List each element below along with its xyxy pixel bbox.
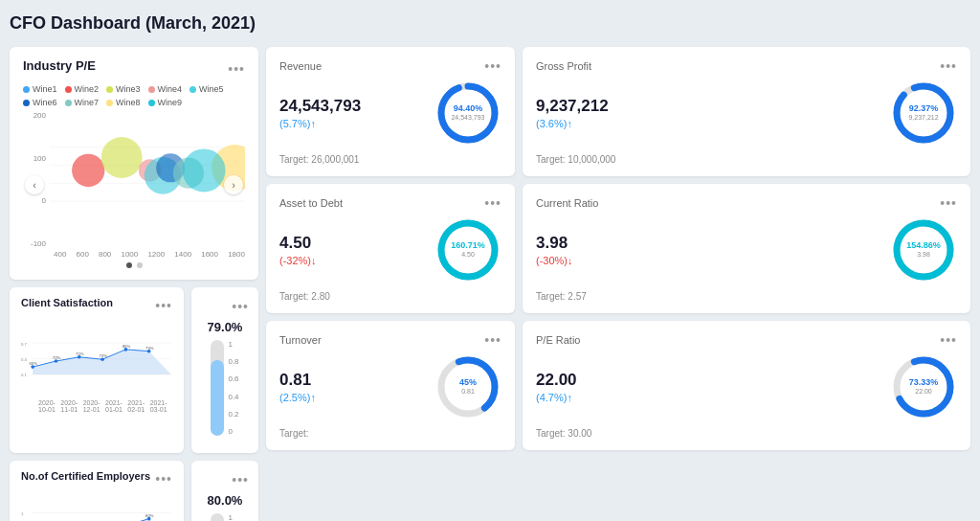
- legend-dot-wine3: [106, 86, 113, 93]
- current-ratio-header: Current Ratio •••: [536, 195, 957, 211]
- gross-profit-values: 9,237,212 (3.6%)↑: [536, 97, 609, 129]
- svg-text:75%: 75%: [76, 351, 84, 356]
- industry-pe-legend: Wine1 Wine2 Wine3 Wine4: [23, 84, 245, 107]
- turnover-gauge-label: 45% 0.81: [459, 377, 477, 396]
- certified-gauge-card: ••• 80.0% 1 0.8 0.6 0.4 0.2 0: [191, 461, 258, 521]
- legend-dot-wine9: [148, 100, 155, 106]
- legend-dot-wine8: [106, 100, 113, 106]
- client-sat-gauge-more-icon[interactable]: •••: [232, 299, 249, 314]
- client-sat-x-labels: 2020-10-01 2020-11-01 2020-12-01 2021-01…: [21, 399, 172, 413]
- current-ratio-values: 3.98 (-30%)↓: [536, 234, 573, 266]
- svg-text:73%: 73%: [99, 353, 107, 358]
- gross-profit-more-icon[interactable]: •••: [940, 58, 957, 74]
- current-ratio-gauge-pct: 154.86%: [906, 240, 941, 251]
- bottom-right-bottom: No.of Certified Employers ••• 1 0.7 0.4 …: [10, 461, 258, 521]
- turnover-gauge-val: 0.81: [459, 388, 477, 396]
- industry-pe-more-icon[interactable]: •••: [228, 61, 245, 77]
- turnover-gauge: 45% 0.81: [434, 353, 501, 420]
- legend-wine6: Wine6: [23, 98, 57, 107]
- gross-profit-card: Gross Profit ••• 9,237,212 (3.6%)↑: [523, 47, 970, 176]
- current-ratio-metric-row: 3.98 (-30%)↓ 154.86% 3.98: [536, 216, 957, 283]
- carousel-dot-1[interactable]: [126, 262, 132, 268]
- x-axis-labels: 400 600 800 1000 1200 1400 1600 1800: [23, 250, 245, 259]
- svg-text:60%: 60%: [30, 361, 38, 366]
- turnover-gauge-pct: 45%: [459, 377, 477, 388]
- certified-gauge-value: 80.0%: [208, 493, 243, 508]
- bubble-wine9: [183, 148, 226, 192]
- carousel-right-arrow[interactable]: ›: [224, 175, 243, 194]
- legend-wine4: Wine4: [148, 84, 183, 94]
- pe-ratio-gauge-label: 73.33% 22.00: [909, 377, 939, 396]
- pe-ratio-target: Target: 30.00: [536, 428, 957, 439]
- gross-profit-gauge: 92.37% 9,237,212: [890, 79, 957, 147]
- pe-ratio-gauge-pct: 73.33%: [909, 377, 939, 388]
- client-satisfaction-card: Client Satisfaction ••• 0.7 0.4 0.1: [10, 287, 184, 453]
- svg-text:0.7: 0.7: [21, 342, 28, 347]
- pe-ratio-header: P/E Ratio •••: [536, 332, 957, 348]
- pe-ratio-gauge: 73.33% 22.00: [890, 353, 957, 420]
- asset-to-debt-metric-row: 4.50 (-32%)↓ 160.71% 4.50: [279, 216, 501, 283]
- asset-to-debt-more-icon[interactable]: •••: [484, 195, 501, 211]
- carousel-left-arrow[interactable]: ‹: [25, 175, 44, 194]
- industry-pe-card: Industry P/E ••• Wine1 Wine2 Wine: [10, 47, 258, 280]
- gross-profit-metric-row: 9,237,212 (3.6%)↑ 92.37% 9,237,212: [536, 79, 957, 147]
- client-sat-gauge-value: 79.0%: [208, 320, 243, 334]
- turnover-header: Turnover •••: [279, 332, 501, 348]
- revenue-change: (5.7%)↑: [279, 118, 361, 129]
- pe-ratio-metric-row: 22.00 (4.7%)↑ 73.33% 22.00: [536, 353, 957, 420]
- client-sat-svg: 0.7 0.4 0.1: [21, 320, 172, 396]
- revenue-card: Revenue ••• 24,543,793 (5.7%)↑ 9: [266, 47, 515, 176]
- client-sat-gauge-fill: [211, 360, 224, 436]
- asset-to-debt-gauge-val: 4.50: [451, 251, 485, 259]
- legend-label-wine4: Wine4: [158, 84, 183, 94]
- bottom-right-top: Client Satisfaction ••• 0.7 0.4 0.1: [10, 287, 258, 453]
- legend-label-wine7: Wine7: [75, 98, 100, 107]
- dashboard: CFO Dashboard (March, 2021) Revenue ••• …: [10, 10, 970, 521]
- page-title: CFO Dashboard (March, 2021): [10, 10, 970, 37]
- client-sat-more-icon[interactable]: •••: [155, 298, 172, 313]
- current-ratio-more-icon[interactable]: •••: [940, 195, 957, 211]
- certified-gauge-more-icon[interactable]: •••: [232, 472, 249, 487]
- turnover-values: 0.81 (2.5%)↑: [279, 371, 316, 403]
- revenue-values: 24,543,793 (5.7%)↑: [279, 97, 361, 129]
- legend-wine1: Wine1: [23, 84, 57, 94]
- left-column: Revenue ••• 24,543,793 (5.7%)↑ 9: [266, 47, 515, 450]
- gross-profit-gauge-val: 9,237,212: [908, 114, 938, 122]
- certified-gauge-header: •••: [201, 472, 249, 487]
- current-ratio-gauge-label: 154.86% 3.98: [906, 240, 941, 259]
- turnover-card: Turnover ••• 0.81 (2.5%)↑ 45%: [266, 321, 515, 450]
- revenue-gauge-pct: 94.40%: [451, 103, 484, 114]
- revenue-target: Target: 26,000,001: [279, 154, 501, 165]
- certified-more-icon[interactable]: •••: [155, 471, 172, 487]
- legend-wine8: Wine8: [106, 98, 141, 107]
- legend-label-wine2: Wine2: [75, 84, 100, 94]
- pe-ratio-values: 22.00 (4.7%)↑: [536, 371, 577, 403]
- current-ratio-gauge: 154.86% 3.98: [890, 216, 957, 283]
- revenue-header: Revenue •••: [279, 58, 501, 74]
- client-sat-vg-row: 1 0.8 0.6 0.4 0.2 0: [211, 334, 238, 442]
- carousel-dots: [23, 262, 245, 268]
- revenue-value: 24,543,793: [279, 97, 361, 116]
- certified-svg: 1 0.7 0.4 0.1: [21, 493, 172, 521]
- asset-to-debt-change: (-32%)↓: [279, 255, 317, 266]
- legend-dot-wine5: [189, 86, 196, 93]
- asset-to-debt-gauge-pct: 160.71%: [451, 240, 485, 251]
- current-ratio-value: 3.98: [536, 234, 573, 253]
- revenue-gauge-val: 24,543,793: [451, 114, 484, 122]
- legend-wine2: Wine2: [65, 84, 100, 94]
- revenue-more-icon[interactable]: •••: [484, 58, 501, 74]
- certified-header: No.of Certified Employers •••: [21, 470, 172, 487]
- turnover-metric-row: 0.81 (2.5%)↑ 45% 0.81: [279, 353, 501, 420]
- svg-text:1: 1: [21, 511, 24, 516]
- turnover-more-icon[interactable]: •••: [484, 332, 501, 348]
- legend-dot-wine2: [65, 86, 72, 93]
- turnover-change: (2.5%)↑: [279, 392, 316, 403]
- gross-profit-label: Gross Profit: [536, 60, 591, 72]
- right-column: Industry P/E ••• Wine1 Wine2 Wine: [10, 47, 258, 521]
- asset-to-debt-header: Asset to Debt •••: [279, 195, 501, 211]
- certified-vertical-gauge: [211, 513, 224, 521]
- industry-pe-title: Industry P/E: [23, 58, 96, 73]
- carousel-dot-2[interactable]: [137, 262, 143, 268]
- legend-dot-wine7: [65, 100, 72, 106]
- pe-ratio-more-icon[interactable]: •••: [940, 332, 957, 348]
